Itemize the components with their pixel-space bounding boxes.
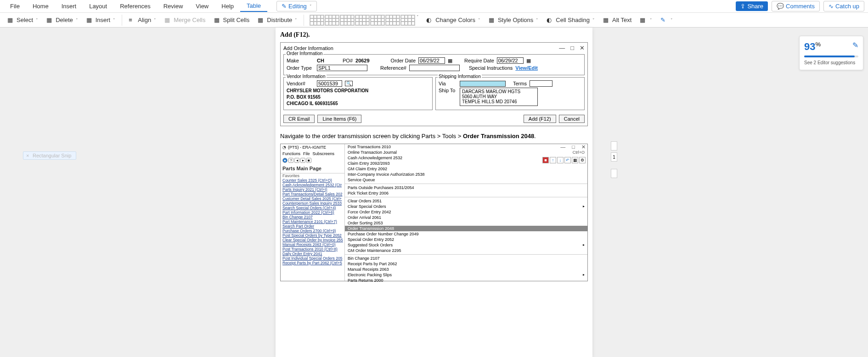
app2-menu-subscreens[interactable]: Subscreens <box>313 151 335 156</box>
align-button[interactable]: ≡Align˅ <box>125 15 160 25</box>
select-button[interactable]: ▦Select˅ <box>4 15 42 25</box>
cell-marker[interactable] <box>611 141 617 151</box>
menu-item[interactable]: Inter-Company Invoice Authorization 2538 <box>345 172 587 177</box>
app2-menu-functions[interactable]: Functions <box>282 151 300 156</box>
menu-file[interactable]: File <box>4 1 26 11</box>
pen-button[interactable]: ✎˅ <box>657 15 676 25</box>
favorite-link[interactable]: Receipt Parts by Part 2062 (Ctrl+5 <box>281 261 344 265</box>
snip-tag[interactable]: Rectangular Snip <box>23 151 76 160</box>
menu-table[interactable]: Table <box>240 0 267 12</box>
favorite-link[interactable]: Post Special Orders by Type 2052 <box>281 233 344 238</box>
gear-icon[interactable]: ⚙ <box>579 157 586 163</box>
style-options-button[interactable]: ▦Style Options˅ <box>485 15 542 25</box>
globe-icon[interactable]: ● <box>282 158 287 163</box>
editor-score-card[interactable]: ✎ 93% See 2 Editor suggestions <box>799 36 863 70</box>
up-icon[interactable]: ↑ <box>550 157 556 163</box>
cancel-button[interactable]: Cancel <box>559 115 585 123</box>
favorite-link[interactable]: Post Transactions 2010 (Ctrl+8) <box>281 247 344 251</box>
menu-layout[interactable]: Layout <box>83 1 113 11</box>
cell-shading-button[interactable]: ◐Cell Shading˅ <box>543 15 598 25</box>
require-date-field[interactable] <box>497 57 524 64</box>
favorite-link[interactable]: Counter Sales 2325 (Ctrl+O) <box>281 178 344 183</box>
comments-button[interactable]: 💬 Comments <box>772 1 820 11</box>
border-button[interactable]: ▦˅ <box>636 15 656 25</box>
menu-item[interactable]: Force Order Entry 2042 <box>345 209 587 215</box>
favorite-link[interactable]: Part Maintenance 2101 (Ctrl+7) <box>281 219 344 224</box>
change-colors-button[interactable]: ◐Change Colors˅ <box>423 15 484 25</box>
menu-item[interactable]: Online Transaction JournalCtrl+O <box>345 150 587 155</box>
menu-help[interactable]: Help <box>215 1 240 11</box>
alt-text-button[interactable]: ▦Alt Text <box>599 15 635 25</box>
prev-icon[interactable]: ◂ <box>294 158 299 163</box>
close-icon[interactable]: ✕ <box>580 45 585 51</box>
add-button[interactable]: Add (F12) <box>524 115 556 123</box>
menu-item[interactable]: Manual Receipts 2063 <box>345 267 587 272</box>
style-option[interactable] <box>340 15 355 26</box>
menu-item[interactable]: Post Transactions 2010 <box>345 144 587 150</box>
favorite-link[interactable]: Post Individual Special Orders 205 <box>281 256 344 261</box>
menu-item[interactable]: Clear Orders 2051 <box>345 198 587 204</box>
close-icon[interactable]: ✕ <box>581 144 586 150</box>
ship-to-box[interactable]: DARCARS MARLOW HGTS 5060 AUTH WAY TEMPLE… <box>460 88 538 106</box>
via-field[interactable] <box>460 81 506 87</box>
menu-insert[interactable]: Insert <box>55 1 83 11</box>
vendor-no-field[interactable] <box>317 80 342 87</box>
calendar-icon[interactable]: ▦ <box>448 58 452 64</box>
menu-item[interactable]: Service Queue <box>345 177 587 183</box>
calendar-icon[interactable]: ▦ <box>526 58 531 64</box>
menu-item[interactable]: Order Transmission 2048 <box>345 226 587 231</box>
menu-item[interactable]: Special Order Entry 2052 <box>345 237 587 242</box>
menu-item[interactable]: Bin Change 2107 <box>345 256 587 261</box>
help-icon[interactable]: ? <box>288 158 293 163</box>
menu-item[interactable]: Receipt Parts by Part 2062 <box>345 261 587 267</box>
menu-view[interactable]: View <box>189 1 215 11</box>
stop-icon[interactable]: ■ <box>306 158 311 163</box>
favorite-link[interactable]: Search Special Orders (Ctrl+4) <box>281 206 344 210</box>
down-icon[interactable]: ↓ <box>557 157 564 163</box>
menu-item[interactable]: Parts Returns 2000 <box>345 278 587 283</box>
menu-item[interactable]: Order Arrival 2061 <box>345 215 587 220</box>
delete-button[interactable]: ▦Delete˅ <box>43 15 82 25</box>
undo-icon[interactable]: ↶ <box>564 157 571 163</box>
terms-field[interactable] <box>530 80 552 87</box>
menu-item[interactable]: Electronic Packing Slips <box>345 272 587 278</box>
editing-mode-button[interactable]: ✎ Editing ˅ <box>276 1 317 11</box>
order-date-field[interactable] <box>418 57 445 64</box>
style-option[interactable] <box>310 15 324 26</box>
favorite-link[interactable]: Clear Special Order by Invoice 255 <box>281 238 344 242</box>
favorite-link[interactable]: Purchase Orders 2700 (Ctrl+9) <box>281 229 344 233</box>
cr-email-button[interactable]: CR Email <box>283 115 315 123</box>
menu-review[interactable]: Review <box>157 1 190 11</box>
order-type-field[interactable] <box>317 65 367 71</box>
favorite-link[interactable]: Manual Receipts 2063 (Ctrl+0) <box>281 242 344 247</box>
menu-item[interactable]: GM Claim Entry 2092 <box>345 166 587 172</box>
red-icon[interactable]: ■ <box>542 157 549 163</box>
menu-item[interactable]: Clear Special Orders <box>345 204 587 209</box>
style-option[interactable] <box>400 15 415 26</box>
grid-icon[interactable]: ▦ <box>572 157 578 163</box>
favorite-link[interactable]: Customer Detail Sales 2025 (Ctrl+ <box>281 196 344 201</box>
menu-item[interactable]: Suggested Stock Orders <box>345 242 587 248</box>
distribute-button[interactable]: ▦Distribute˅ <box>254 15 301 25</box>
share-button[interactable]: ⇪ Share <box>736 1 768 11</box>
favorite-link[interactable]: Daily Order Entry 2041 <box>281 251 344 256</box>
score-suggestion[interactable]: See 2 Editor suggestions <box>804 60 858 65</box>
pen-icon[interactable]: ✎ <box>852 41 858 50</box>
next-icon[interactable]: ▸ <box>300 158 305 163</box>
cell-marker[interactable] <box>611 169 617 178</box>
style-option[interactable] <box>370 15 385 26</box>
menu-item[interactable]: Purchase Order Number Change 2049 <box>345 231 587 237</box>
insert-button[interactable]: ▦Insert˅ <box>83 15 119 25</box>
chevron-down-icon[interactable]: ˅ <box>417 15 419 26</box>
menu-home[interactable]: Home <box>26 1 55 11</box>
search-icon[interactable]: 🔍 <box>345 81 353 86</box>
line-items-button[interactable]: Line Items (F6) <box>317 115 361 123</box>
split-button[interactable]: ▦Split Cells <box>210 15 254 25</box>
catchup-button[interactable]: ∿ Catch up <box>823 1 864 11</box>
viewedit-link[interactable]: View/Edit <box>515 65 538 71</box>
merge-button[interactable]: ▦Merge Cells <box>161 15 209 25</box>
menu-references[interactable]: References <box>113 1 157 11</box>
favorite-link[interactable]: Parts Inquiry 2021 (Ctrl+I) <box>281 187 344 192</box>
menu-item[interactable]: Order Sorting 2053 <box>345 220 587 226</box>
favorite-link[interactable]: Part Information 2022 (Ctrl+6) <box>281 210 344 215</box>
